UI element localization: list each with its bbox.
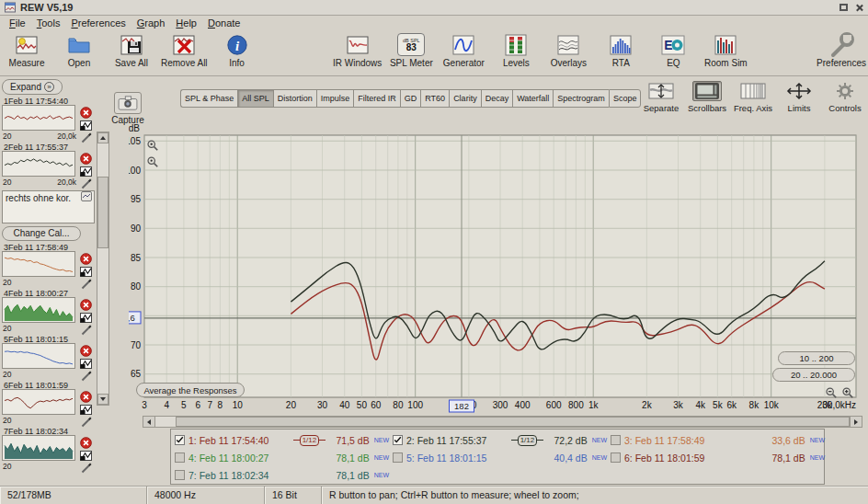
legend-label[interactable]: 3: Feb 11 17:58:49 — [624, 435, 718, 446]
graph-settings-icon[interactable] — [80, 120, 92, 131]
tab-spl-phase[interactable]: SPL & Phase — [180, 89, 237, 108]
hscroll-track[interactable] — [155, 417, 850, 427]
average-responses-button[interactable]: Average the Responses — [136, 383, 245, 397]
chart-hscrollbar[interactable] — [143, 416, 862, 428]
freq-range-10-200-button[interactable]: 10 .. 200 — [778, 351, 855, 365]
legend-checkbox[interactable] — [393, 452, 403, 463]
graph-settings-icon[interactable] — [80, 267, 92, 277]
toolbar-button-open[interactable]: Open — [56, 32, 102, 68]
graph-control-limits[interactable]: Limits — [779, 81, 819, 113]
graph-settings-icon[interactable] — [80, 166, 92, 177]
tab-impulse[interactable]: Impulse — [316, 89, 354, 108]
tab-scope[interactable]: Scope — [609, 89, 642, 108]
remove-measurement-button[interactable] — [80, 299, 92, 311]
range-start-label: 20 — [3, 278, 11, 287]
graph-settings-icon[interactable] — [80, 313, 92, 323]
graph-settings-icon[interactable] — [80, 451, 92, 461]
legend-checkbox[interactable] — [175, 452, 185, 463]
legend-label[interactable]: 7: Feb 11 18:02:34 — [188, 470, 282, 481]
capture-button[interactable] — [114, 92, 142, 114]
graph-control-scrollbars[interactable]: Scrollbars — [687, 81, 727, 113]
tab-distortion[interactable]: Distortion — [273, 89, 316, 108]
menu-file[interactable]: File — [4, 17, 31, 29]
graph-control-separate[interactable]: Separate — [641, 81, 681, 113]
tab-gd[interactable]: GD — [400, 89, 421, 108]
measurement-item-2[interactable]: 2Feb 11 17:55:372020,0k — [2, 143, 95, 189]
tab-waterfall[interactable]: Waterfall — [512, 89, 553, 108]
remove-measurement-button[interactable] — [80, 107, 92, 119]
toolbar-button-overlays[interactable]: Overlays — [545, 32, 591, 68]
legend-checkbox[interactable] — [175, 470, 185, 480]
legend-label[interactable]: 1: Feb 11 17:54:40 — [188, 435, 282, 446]
legend-checkbox[interactable] — [611, 452, 621, 463]
expand-sidebar-button[interactable]: Expand» — [2, 79, 63, 95]
toolbar-button-room-sim[interactable]: Room Sim — [702, 32, 748, 68]
cal-file-icon[interactable] — [81, 191, 92, 201]
edit-measurement-button[interactable] — [81, 178, 92, 189]
menu-tools[interactable]: Tools — [31, 17, 66, 29]
zoom-out-button[interactable] — [824, 385, 839, 399]
menu-graph[interactable]: Graph — [131, 17, 171, 29]
measurement-item-6[interactable]: 6Feb 11 18:01:5920 — [2, 381, 95, 427]
change-cal-button[interactable]: Change Cal... — [2, 226, 81, 241]
scroll-up-button[interactable] — [97, 132, 108, 143]
scrollbar-thumb[interactable] — [97, 177, 108, 248]
remove-measurement-button[interactable] — [80, 437, 92, 449]
zoom-in-button[interactable] — [840, 385, 855, 399]
toolbar-button-eq[interactable]: EEQ — [650, 32, 696, 68]
sidebar-scrollbar[interactable] — [97, 132, 109, 406]
hscroll-thumb[interactable] — [176, 417, 850, 427]
toolbar-button-levels[interactable]: Levels — [493, 32, 539, 68]
measurement-item-1[interactable]: 1Feb 11 17:54:402020,0k — [2, 97, 95, 143]
legend-checkbox[interactable] — [393, 435, 403, 445]
remove-measurement-button[interactable] — [80, 153, 92, 165]
menu-help[interactable]: Help — [170, 17, 202, 29]
legend-label[interactable]: 6: Feb 11 18:01:59 — [624, 452, 718, 464]
freq-range-20-20000-button[interactable]: 20 .. 20.000 — [772, 368, 855, 382]
maximize-button[interactable] — [839, 4, 848, 11]
remove-measurement-button[interactable] — [80, 253, 92, 265]
zoom-y-button[interactable] — [145, 155, 160, 168]
measurement-item-5[interactable]: 5Feb 11 18:01:1520 — [2, 335, 95, 381]
tab-all-spl[interactable]: All SPL — [237, 89, 273, 108]
spl-chart[interactable]: dB65708085909510010534567810203040506080… — [129, 122, 861, 416]
legend-label[interactable]: 4: Feb 11 18:00:27 — [188, 452, 282, 464]
menu-donate[interactable]: Donate — [202, 17, 246, 29]
toolbar-button-info[interactable]: iInfo — [214, 32, 260, 68]
toolbar-button-rta[interactable]: RTA — [598, 32, 644, 68]
legend-label[interactable]: 5: Feb 11 18:01:15 — [406, 452, 500, 464]
range-start-label: 20 — [3, 416, 11, 425]
measurement-item-7[interactable]: 7Feb 11 18:02:3420 — [2, 427, 95, 473]
scroll-right-button[interactable] — [850, 417, 862, 427]
legend-label[interactable]: 2: Feb 11 17:55:37 — [406, 435, 500, 446]
toolbar-button-ir-windows[interactable]: IR Windows — [333, 32, 382, 68]
toolbar-button-save-all[interactable]: Save All — [108, 32, 154, 68]
edit-measurement-button[interactable] — [81, 463, 92, 474]
measurement-item-3[interactable]: 3Feb 11 17:58:4920 — [2, 243, 95, 289]
room-sim-icon — [713, 33, 738, 57]
scroll-down-button[interactable] — [97, 394, 108, 405]
graph-settings-icon[interactable] — [80, 405, 92, 415]
legend-checkbox[interactable] — [611, 435, 621, 445]
remove-measurement-button[interactable] — [80, 345, 92, 357]
graph-control-controls[interactable]: Controls — [825, 81, 865, 113]
tab-decay[interactable]: Decay — [481, 89, 513, 108]
toolbar-button-preferences[interactable]: Preferences — [817, 32, 866, 68]
toolbar-button-remove-all[interactable]: Remove All — [161, 32, 208, 68]
remove-measurement-button[interactable] — [80, 391, 92, 403]
tab-clarity[interactable]: Clarity — [449, 89, 481, 108]
measurement-item-4[interactable]: 4Feb 11 18:00:2720 — [2, 289, 95, 335]
zoom-x-button[interactable] — [145, 138, 160, 152]
graph-settings-icon[interactable] — [80, 359, 92, 369]
legend-checkbox[interactable] — [175, 435, 185, 445]
toolbar-button-generator[interactable]: Generator — [440, 32, 486, 68]
menu-preferences[interactable]: Preferences — [65, 17, 131, 29]
tab-filtered-ir[interactable]: Filtered IR — [353, 89, 400, 108]
graph-control-freq-axis[interactable]: Freq. Axis — [733, 81, 773, 113]
toolbar-button-spl-meter[interactable]: dB SPL83SPL Meter — [388, 32, 434, 68]
tab-spectrogram[interactable]: Spectrogram — [553, 89, 609, 108]
close-button[interactable] — [855, 4, 863, 12]
tab-rt60[interactable]: RT60 — [420, 89, 449, 108]
toolbar-button-measure[interactable]: Measure — [4, 32, 50, 68]
scroll-left-button[interactable] — [143, 417, 155, 427]
